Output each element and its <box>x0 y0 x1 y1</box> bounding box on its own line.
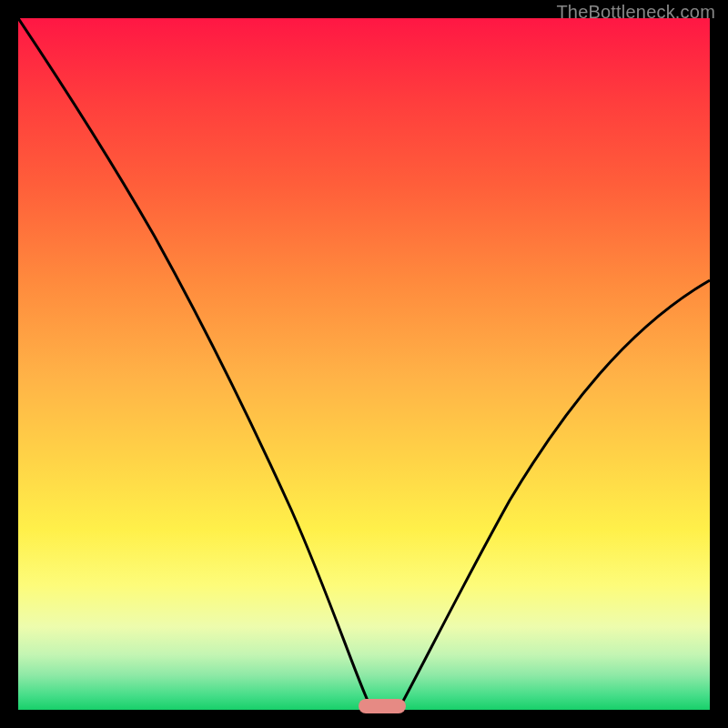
plot-area <box>18 18 710 710</box>
optimum-marker <box>359 699 406 713</box>
watermark-text: TheBottleneck.com <box>556 2 715 23</box>
